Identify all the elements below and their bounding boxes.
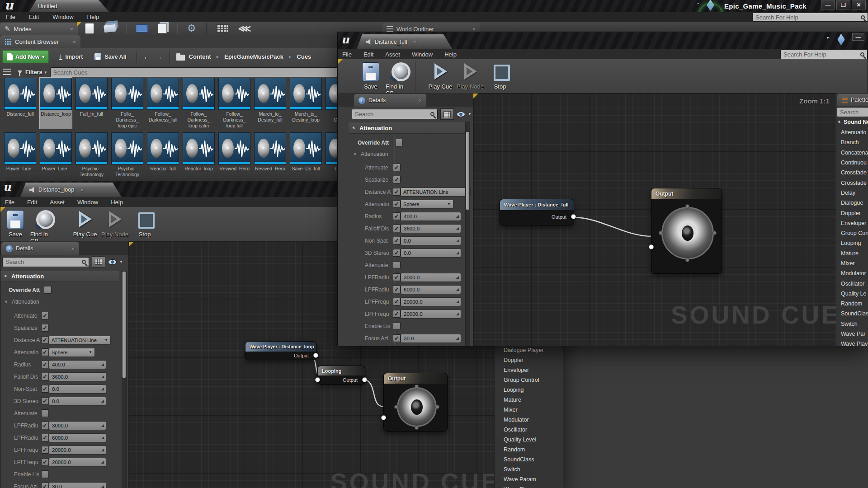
close-icon[interactable]: × [413, 38, 417, 45]
property-checkbox[interactable]: ✓ [41, 434, 49, 441]
close-icon[interactable]: × [80, 187, 84, 193]
menu-item[interactable]: Window [52, 14, 73, 20]
filters-button[interactable]: Filters [25, 69, 42, 75]
property-checkbox[interactable]: ✓ [41, 336, 49, 344]
asset-distance-loop[interactable]: Distance_loop [40, 78, 72, 129]
asset-save-us-full[interactable]: Save_Us_full [290, 132, 322, 183]
tab-content-browser[interactable]: Content Browser × [0, 35, 80, 48]
property-number-field[interactable]: 30.0◢ [401, 334, 461, 343]
scrollbar-thumb[interactable] [123, 272, 126, 378]
play-node-button[interactable]: Play Node [100, 209, 130, 238]
tab-palette[interactable]: Palette [837, 94, 868, 106]
palette-item[interactable]: Continuou [841, 158, 868, 168]
palette-item[interactable]: Enveloper [504, 365, 562, 375]
palette-item[interactable]: SoundClas [841, 309, 868, 319]
asset-follow-darkness-loop-calm[interactable]: Follow_ Darkness_ loop calm [183, 78, 215, 129]
help-search-input[interactable]: Search For Help [752, 13, 868, 22]
view-options-icon[interactable] [3, 69, 11, 76]
asset-revived-hero-2[interactable]: Revived_Hero [254, 132, 286, 183]
asset-follow-darkness-full[interactable]: Follow_ Darkness_full [147, 78, 179, 129]
breadcrumb-root[interactable]: Content [189, 53, 211, 60]
palette-item[interactable]: Attenuatio [841, 127, 868, 137]
palette-item[interactable]: Group Control [504, 375, 562, 385]
property-checkbox[interactable]: ✓ [41, 458, 49, 466]
asset-march-to-destiny-full[interactable]: March_to_ Destiny_full [254, 78, 286, 129]
property-checkbox[interactable]: ✓ [393, 249, 401, 257]
close-button[interactable]: ✕ [852, 0, 866, 9]
asset-reactor-full[interactable]: Reactor_full [147, 132, 179, 183]
asset-psychic-technology-2[interactable]: Psychic_ Technology [111, 132, 143, 183]
property-number-field[interactable]: 6000.0◢ [401, 285, 461, 294]
looping-node[interactable]: Looping Output [317, 366, 365, 385]
palette-item[interactable]: Doppler [504, 355, 562, 365]
property-checkbox[interactable]: ✓ [41, 373, 49, 380]
menu-item[interactable]: Edit [363, 51, 373, 58]
subcategory-attenuation[interactable]: ▼ Attenuation [4, 299, 39, 305]
asset-power-line-2[interactable]: Power_Line_ [40, 132, 72, 183]
asset-revived-hero-1[interactable]: Revived_Hero [218, 132, 250, 183]
asset-follow-darkness-loop-epic[interactable]: Follo_ Darkness_ loop epic [111, 78, 143, 129]
find-in-cb-button[interactable]: Find in CB [30, 209, 60, 244]
property-checkbox[interactable]: ✓ [41, 385, 49, 393]
tab-untitled[interactable]: Untitled [29, 0, 109, 12]
property-checkbox[interactable]: ✓ [393, 164, 401, 171]
property-number-field[interactable]: 6000.0◢ [49, 433, 106, 442]
close-icon[interactable]: × [70, 26, 73, 33]
palette-item[interactable]: Mature [841, 249, 868, 258]
property-checkbox[interactable]: ✓ [41, 312, 49, 319]
property-checkbox[interactable]: ✓ [393, 334, 401, 342]
property-number-field[interactable]: 3600.0◢ [49, 372, 106, 381]
eye-icon[interactable] [108, 259, 117, 265]
palette-item[interactable]: Looping [841, 238, 868, 248]
output-pin[interactable] [313, 353, 318, 358]
property-number-field[interactable]: 0.0◢ [401, 236, 461, 245]
property-checkbox[interactable]: ✓ [41, 324, 49, 332]
menu-item[interactable]: File [6, 14, 15, 20]
property-checkbox[interactable]: ✓ [41, 348, 49, 356]
asset-fall-in-full[interactable]: Fall_In_full [75, 78, 108, 129]
find-in-cb-button[interactable]: Find in CB [386, 61, 415, 97]
play-cue-button[interactable]: Play Cue [425, 61, 455, 90]
scrollbar-thumb[interactable] [466, 132, 469, 210]
palette-item[interactable]: Enveloper [841, 218, 868, 228]
minimize-button[interactable]: — [821, 0, 835, 9]
menu-item[interactable]: Help [444, 51, 457, 58]
override-attenuation-checkbox[interactable] [44, 286, 52, 294]
save-button[interactable]: Save [356, 61, 386, 90]
menu-item[interactable]: Edit [29, 14, 39, 20]
property-number-field[interactable]: 3000.0◢ [49, 421, 106, 430]
palette-item[interactable]: Mixer [504, 405, 562, 415]
property-checkbox[interactable]: ✓ [41, 446, 49, 454]
menu-item[interactable]: Asset [385, 51, 400, 58]
menu-item[interactable]: Help [87, 14, 99, 20]
property-checkbox[interactable]: ✓ [41, 483, 49, 488]
palette-item[interactable]: Branch [841, 137, 868, 147]
property-number-field[interactable]: 20000.0◢ [401, 297, 461, 306]
blueprints-icon[interactable] [217, 24, 228, 33]
cinematics-icon[interactable]: ⋘ [238, 23, 250, 34]
palette-item[interactable]: Wave Play [841, 339, 868, 346]
output-node[interactable]: Output [651, 188, 722, 274]
restore-button[interactable]: ❏ [836, 0, 850, 9]
palette-item[interactable]: Oscillator [841, 278, 868, 288]
palette-item[interactable]: Quality Le [841, 289, 868, 299]
palette-item[interactable]: SoundClass [504, 455, 562, 465]
palette-search-input[interactable]: Search [837, 107, 868, 117]
override-attenuation-checkbox[interactable] [395, 139, 403, 146]
asset-power-line-1[interactable]: Power_Line_ [4, 132, 36, 183]
property-checkbox[interactable]: ✓ [393, 212, 401, 220]
property-checkbox[interactable]: ✓ [393, 322, 401, 330]
output-pin[interactable] [362, 377, 367, 382]
chevron-down-icon[interactable]: ▼ [468, 112, 472, 116]
sound-nodes-header[interactable]: ▼ Sound Nod [837, 119, 868, 125]
play-cue-button[interactable]: Play Cue [70, 209, 100, 238]
asset-reactor-loop[interactable]: Reactor_loop [183, 132, 215, 183]
breadcrumb-pack[interactable]: EpicGameMusicPack [224, 53, 283, 60]
close-icon[interactable]: × [72, 38, 76, 45]
close-icon[interactable]: × [71, 245, 75, 252]
tab-distance-loop[interactable]: Distance_loop × [20, 183, 122, 197]
property-checkbox[interactable]: ✓ [41, 361, 49, 368]
stop-button[interactable]: Stop [130, 209, 160, 238]
property-checkbox[interactable]: ✓ [41, 409, 49, 417]
minimize-button[interactable]: — [852, 33, 864, 41]
